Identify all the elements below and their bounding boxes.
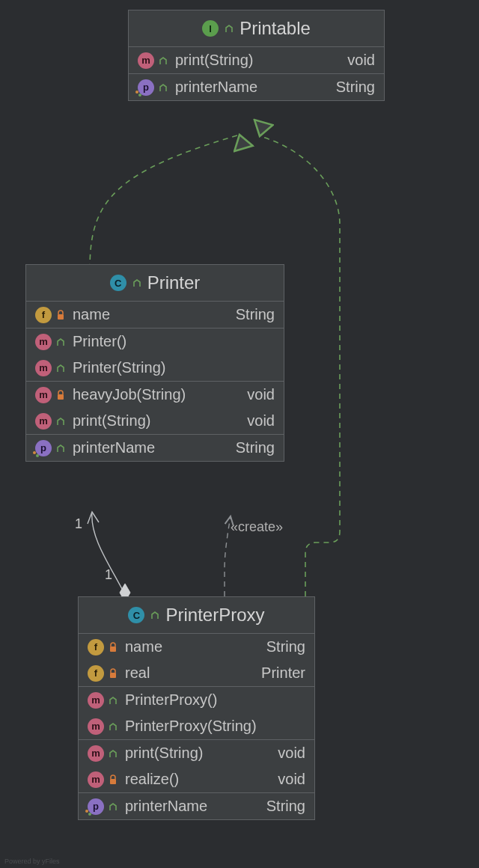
svg-point-0 <box>135 91 138 94</box>
visibility-open-icon <box>225 24 234 33</box>
method-badge-icon: m <box>88 692 104 709</box>
svg-rect-6 <box>110 647 116 652</box>
method-badge-icon: m <box>35 360 52 376</box>
member-row[interactable]: m PrinterProxy(String) <box>79 713 314 739</box>
member-name: printerName <box>73 439 228 456</box>
member-name: PrinterProxy() <box>125 691 298 709</box>
member-type: void <box>247 412 275 430</box>
class-printerproxy[interactable]: C PrinterProxy f name String f real Prin… <box>78 596 315 820</box>
member-type: void <box>247 386 275 403</box>
svg-rect-8 <box>110 779 116 784</box>
visibility-lock-icon <box>109 668 118 679</box>
visibility-open-icon <box>56 364 65 373</box>
rw-dots-icon <box>32 450 40 458</box>
method-badge-icon: m <box>35 387 52 403</box>
class-printable[interactable]: I Printable m print(String) void p print… <box>128 10 385 101</box>
method-badge-icon: m <box>35 413 52 430</box>
member-name: real <box>125 664 254 682</box>
member-type: String <box>336 79 375 96</box>
method-badge-icon: m <box>88 745 104 762</box>
member-type: void <box>278 745 305 762</box>
multiplicity-1a: 1 <box>75 516 82 532</box>
field-badge-icon: f <box>88 665 104 682</box>
visibility-lock-icon <box>56 310 65 320</box>
svg-point-4 <box>33 451 36 454</box>
member-row[interactable]: f real Printer <box>79 660 314 686</box>
svg-rect-3 <box>58 394 64 400</box>
class-badge-icon: C <box>110 275 126 291</box>
member-row[interactable]: p printerName String <box>26 435 284 461</box>
dependency-create <box>225 516 231 596</box>
member-name: print(String) <box>175 52 340 69</box>
class-title-row: I Printable <box>129 10 384 47</box>
member-name: realize() <box>125 771 270 788</box>
visibility-open-icon <box>56 417 65 426</box>
method-badge-icon: m <box>138 52 154 69</box>
class-title: PrinterProxy <box>165 605 264 626</box>
member-name: Printer() <box>73 333 267 350</box>
visibility-open-icon <box>109 802 118 811</box>
member-type: String <box>236 306 275 323</box>
member-name: heavyJob(String) <box>73 386 240 403</box>
svg-point-10 <box>88 813 91 816</box>
class-title-row: C PrinterProxy <box>79 597 314 634</box>
member-name: name <box>73 306 228 323</box>
member-name: PrinterProxy(String) <box>125 718 298 735</box>
watermark: Powered by yFiles <box>4 858 60 865</box>
member-row[interactable]: m Printer() <box>26 328 284 355</box>
member-type: Printer <box>261 664 305 682</box>
member-name: print(String) <box>125 745 270 762</box>
member-name: printerName <box>175 79 329 96</box>
dependency-create-label: «create» <box>231 519 283 535</box>
class-title-row: C Printer <box>26 265 284 302</box>
member-row[interactable]: m print(String) void <box>26 408 284 434</box>
rw-dots-icon <box>135 90 142 97</box>
multiplicity-1b: 1 <box>105 567 112 583</box>
visibility-open-icon <box>109 696 118 705</box>
member-type: String <box>266 638 305 655</box>
member-row[interactable]: f name String <box>79 634 314 660</box>
association-arrowhead <box>88 512 99 524</box>
member-row[interactable]: m print(String) void <box>129 47 384 73</box>
visibility-lock-icon <box>56 390 65 400</box>
member-row[interactable]: m Printer(String) <box>26 355 284 381</box>
class-title: Printable <box>240 18 311 39</box>
member-row[interactable]: m print(String) void <box>79 740 314 766</box>
method-badge-icon: m <box>35 334 52 350</box>
member-name: name <box>125 638 259 655</box>
svg-point-9 <box>85 810 88 813</box>
svg-point-1 <box>138 94 141 97</box>
svg-rect-2 <box>58 314 64 320</box>
rw-dots-icon <box>85 809 92 816</box>
class-title: Printer <box>147 272 201 293</box>
method-badge-icon: m <box>88 718 104 735</box>
member-name: Printer(String) <box>73 359 267 376</box>
field-badge-icon: f <box>88 639 104 655</box>
svg-point-5 <box>36 454 39 457</box>
interface-badge-icon: I <box>202 20 219 37</box>
field-badge-icon: f <box>35 307 52 323</box>
member-row[interactable]: m realize() void <box>79 766 314 792</box>
visibility-lock-icon <box>109 774 118 785</box>
member-row[interactable]: m heavyJob(String) void <box>26 382 284 408</box>
visibility-open-icon <box>56 444 65 453</box>
svg-rect-7 <box>110 673 116 678</box>
member-name: printerName <box>125 798 259 815</box>
class-printer[interactable]: C Printer f name String m Printer() m Pr… <box>25 264 284 462</box>
member-row[interactable]: p printerName String <box>79 793 314 819</box>
member-row[interactable]: p printerName String <box>129 74 384 100</box>
visibility-lock-icon <box>109 642 118 652</box>
class-badge-icon: C <box>128 607 144 623</box>
visibility-open-icon <box>109 749 118 758</box>
diagram-canvas: 1 1 «create» I Printable m print(String)… <box>0 0 479 868</box>
member-type: void <box>347 52 375 69</box>
member-type: void <box>278 771 305 788</box>
visibility-open-icon <box>150 611 159 620</box>
member-name: print(String) <box>73 412 240 430</box>
member-row[interactable]: f name String <box>26 302 284 328</box>
method-badge-icon: m <box>88 771 104 788</box>
member-type: String <box>266 798 305 815</box>
member-row[interactable]: m PrinterProxy() <box>79 687 314 713</box>
realization-printer-printable <box>90 135 240 269</box>
visibility-open-icon <box>132 278 141 287</box>
